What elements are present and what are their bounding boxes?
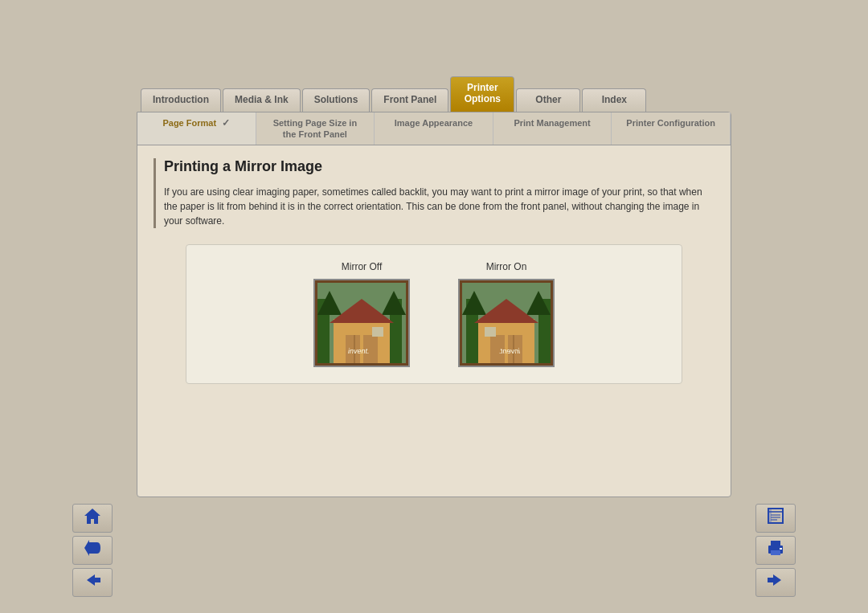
mirror-demo: Mirror Off xyxy=(186,244,682,384)
svg-rect-32 xyxy=(771,541,780,547)
forward-left-icon xyxy=(83,571,102,593)
book-icon xyxy=(766,507,785,529)
forward-right-icon xyxy=(766,571,785,593)
description-text: If you are using clear imaging paper, so… xyxy=(164,185,714,228)
tab-bar: Introduction Media & Ink Solutions Front… xyxy=(141,76,735,112)
sub-tab-bar: Page Format ✓ Setting Page Size in the F… xyxy=(137,112,731,146)
svg-rect-34 xyxy=(780,548,782,550)
mirror-on-image: invent. xyxy=(458,279,555,367)
back-icon xyxy=(83,539,102,561)
print-button[interactable] xyxy=(755,536,796,565)
sub-tab-setting-page-size[interactable]: Setting Page Size in the Front Panel xyxy=(256,112,375,145)
svg-rect-17 xyxy=(478,319,534,363)
checkmark-icon: ✓ xyxy=(222,117,230,129)
home-button[interactable] xyxy=(72,504,113,533)
svg-rect-22 xyxy=(485,327,496,337)
tab-printer-options[interactable]: PrinterOptions xyxy=(450,76,514,112)
barn-off-svg: invent. xyxy=(317,283,406,363)
svg-text:invent.: invent. xyxy=(498,347,520,355)
tab-media-ink[interactable]: Media & Ink xyxy=(223,88,301,112)
mirror-off-image: invent. xyxy=(313,279,410,367)
book-button[interactable] xyxy=(755,504,796,533)
sub-tab-printer-configuration[interactable]: Printer Configuration xyxy=(612,112,731,145)
mirror-on-label: Mirror On xyxy=(486,261,527,272)
content-area: Printing a Mirror Image If you are using… xyxy=(137,145,731,496)
svg-rect-10 xyxy=(372,327,383,337)
tab-introduction[interactable]: Introduction xyxy=(141,88,221,112)
tab-index[interactable]: Index xyxy=(582,88,646,112)
svg-text:invent.: invent. xyxy=(348,347,370,355)
svg-marker-24 xyxy=(84,509,100,524)
main-content-area: Page Format ✓ Setting Page Size in the F… xyxy=(137,112,731,497)
sub-tab-page-format[interactable]: Page Format ✓ xyxy=(137,112,256,145)
print-icon xyxy=(765,539,786,561)
sub-tab-image-appearance[interactable]: Image Appearance xyxy=(375,112,493,145)
tab-other[interactable]: Other xyxy=(516,88,580,112)
back-button[interactable] xyxy=(72,536,113,565)
sub-tab-print-management[interactable]: Print Management xyxy=(493,112,612,145)
barn-on-svg: invent. xyxy=(462,283,551,363)
svg-rect-5 xyxy=(334,319,390,363)
mirror-on-item: Mirror On xyxy=(458,261,555,367)
page-title: Printing a Mirror Image xyxy=(164,158,714,175)
forward-left-button[interactable] xyxy=(72,568,113,597)
tab-front-panel[interactable]: Front Panel xyxy=(371,88,448,112)
mirror-off-label: Mirror Off xyxy=(342,261,382,272)
left-border-section: Printing a Mirror Image If you are using… xyxy=(154,158,714,228)
svg-rect-30 xyxy=(768,509,772,523)
forward-right-button[interactable] xyxy=(755,568,796,597)
tab-solutions[interactable]: Solutions xyxy=(302,88,371,112)
home-icon xyxy=(83,507,102,529)
mirror-off-item: Mirror Off xyxy=(313,261,410,367)
svg-rect-33 xyxy=(771,550,780,555)
